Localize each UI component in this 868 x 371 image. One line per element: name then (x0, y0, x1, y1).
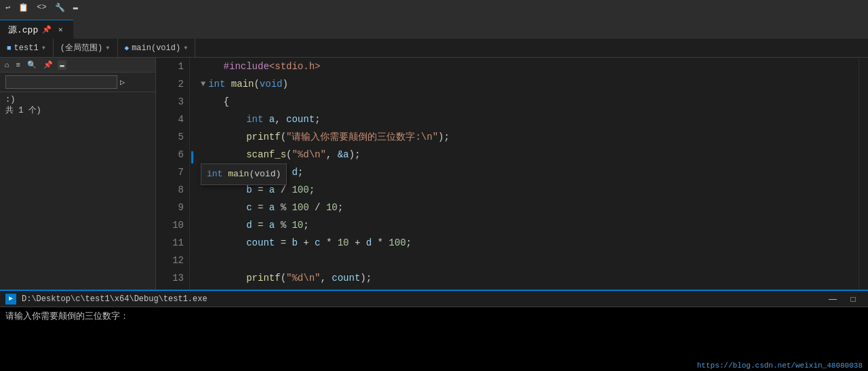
token-return: return (246, 287, 280, 290)
token-int-main: int (208, 75, 225, 93)
autocomplete-fn: main (228, 165, 249, 183)
token-100-11: 100 (389, 234, 406, 252)
token-10-10: 10 (292, 216, 303, 234)
token-0: 0 (286, 287, 292, 290)
terminal-output: 请输入你需要颠倒的三位数字： (5, 310, 863, 324)
code-line-11: count = b + c * 10 + d * 100; (201, 234, 859, 252)
sidebar-search-go-icon[interactable]: ▷ (120, 77, 125, 87)
code-icon[interactable]: <> (34, 1, 49, 14)
line-numbers: 1 2 3 4 5 6 7 8 9 10 11 12 13 14 (156, 58, 190, 290)
collapse-icon[interactable]: ▼ (201, 75, 205, 93)
token-100-8: 100 (292, 181, 309, 199)
sidebar: ⌂ ≡ 🔍 📌 ▬ ▷ :) 共 1 个) (0, 58, 156, 290)
sidebar-count: 共 1 个) (5, 104, 150, 116)
copy-icon[interactable]: 📋 (16, 1, 31, 14)
tab-source-cpp[interactable]: 源.cpp 📌 ✕ (0, 20, 73, 39)
line-num-6: 6 (161, 146, 184, 163)
line-num-1: 1 (161, 58, 184, 75)
autocomplete-popup[interactable]: int main(void) (201, 163, 287, 185)
line-num-14: 14 (161, 287, 184, 290)
line-num-13: 13 (161, 269, 184, 287)
sidebar-info: :) 共 1 个) (0, 92, 155, 119)
editor-area: ⌂ ≡ 🔍 📌 ▬ ▷ :) 共 1 个) 1 2 3 4 5 6 7 (0, 58, 868, 290)
token-a-9: a (269, 199, 275, 216)
indent-1 (201, 58, 224, 75)
token-d-11: d (366, 234, 372, 252)
token-c-9: c (246, 199, 252, 216)
token-stdio: <stdio.h> (269, 58, 321, 75)
editor-toolbar: ■ test1 ▾ (全局范围) ▾ ◆ main(void) ▾ (0, 39, 868, 58)
token-scanf: scanf_s (246, 146, 286, 163)
terminal-minimize-btn[interactable]: — (823, 292, 842, 306)
code-line-14: return 0; (201, 287, 859, 290)
token-b-11: b (292, 234, 297, 252)
tab-bar: 源.cpp 📌 ✕ (0, 15, 868, 39)
sidebar-pin2-icon[interactable]: 📌 (41, 60, 55, 70)
token-int-4: int (246, 111, 263, 128)
line-num-7: 7 (161, 163, 184, 181)
line-num-10: 10 (161, 216, 184, 234)
terminal-footer: https://blog.csdn.net/weixin_48080038 (0, 360, 868, 371)
token-main: main (231, 75, 254, 93)
sidebar-search-area: ▷ (0, 73, 155, 92)
terminal-controls: — □ (823, 292, 863, 306)
sidebar-search-input[interactable] (5, 75, 117, 89)
code-editor[interactable]: 1 2 3 4 5 6 7 8 9 10 11 12 13 14 #includ… (156, 58, 868, 290)
breadcrumb-filename: test1 (14, 43, 39, 53)
token-count-decl: count (286, 111, 315, 128)
token-10-11: 10 (338, 234, 349, 252)
terminal-icon: ► (5, 294, 16, 305)
token-amp-a: &a (338, 146, 349, 163)
file-icon: ■ (7, 44, 12, 52)
function-icon: ◆ (125, 43, 130, 52)
token-count-11: count (246, 234, 275, 252)
breadcrumb-arrow: ▾ (41, 43, 46, 53)
undo-icon[interactable]: ↩ (3, 1, 13, 14)
minimize-icon[interactable]: ▬ (71, 1, 81, 14)
tab-close-icon[interactable]: ✕ (56, 25, 65, 35)
line-num-9: 9 (161, 199, 184, 216)
line-num-5: 5 (161, 128, 184, 146)
breadcrumb-function-text: main(void) (132, 43, 180, 53)
breadcrumb-file[interactable]: ■ test1 ▾ (0, 39, 54, 57)
code-line-2: ▼int main(void) (201, 75, 859, 93)
scrollbar-right[interactable] (859, 58, 868, 290)
code-line-13: printf("%d\n", count); (201, 269, 859, 287)
change-indicator-6 (191, 151, 193, 163)
code-line-6: scanf_s("%d\n", &a); (201, 146, 859, 163)
breadcrumb-function[interactable]: ◆ main(void) ▾ (118, 39, 196, 57)
line-num-11: 11 (161, 234, 184, 252)
line-num-12: 12 (161, 252, 184, 269)
sidebar-pin3-icon[interactable]: ▬ (58, 60, 66, 70)
token-d-7: d (292, 163, 297, 181)
token-c-11: c (315, 234, 320, 252)
title-bar: ↩ 📋 <> 🔧 ▬ (0, 0, 868, 15)
terminal-maximize-btn[interactable]: □ (844, 292, 863, 306)
sidebar-search2-icon[interactable]: 🔍 (25, 60, 39, 70)
token-str-6: "%d\n" (292, 146, 326, 163)
code-line-4: int a, count; (201, 111, 859, 128)
tab-label: 源.cpp (8, 24, 38, 36)
code-line-3: { (201, 93, 859, 111)
terminal-url[interactable]: https://blog.csdn.net/weixin_48080038 (697, 362, 863, 370)
token-100-9: 100 (292, 199, 309, 216)
settings-icon[interactable]: 🔧 (52, 1, 68, 14)
breadcrumb-scope[interactable]: (全局范围) ▾ (54, 39, 118, 57)
code-line-5: printf("请输入你需要颠倒的三位数字:\n"); (201, 128, 859, 146)
breadcrumb-function-arrow: ▾ (183, 43, 188, 53)
terminal-titlebar: ► D:\Desktop\c\test1\x64\Debug\test1.exe… (0, 291, 868, 307)
sidebar-stack-icon[interactable]: ≡ (14, 60, 23, 70)
token-str-13: "%d\n" (286, 269, 320, 287)
breadcrumb-scope-text: (全局范围) (60, 42, 102, 54)
line-num-8: 8 (161, 181, 184, 199)
sidebar-home-icon[interactable]: ⌂ (3, 60, 12, 70)
token-include: #include (224, 58, 269, 75)
token-void: void (260, 75, 283, 93)
tab-pin-icon[interactable]: 📌 (42, 25, 52, 34)
token-d-10: d (246, 216, 252, 234)
line-num-2: 2 (161, 75, 184, 93)
code-line-10: d = a % 10; (201, 216, 859, 234)
token-str-5: "请输入你需要颠倒的三位数字:\n" (286, 128, 438, 146)
code-lines[interactable]: #include<stdio.h> ▼int main(void) { int … (190, 58, 859, 290)
breadcrumb-scope-arrow: ▾ (105, 43, 110, 53)
